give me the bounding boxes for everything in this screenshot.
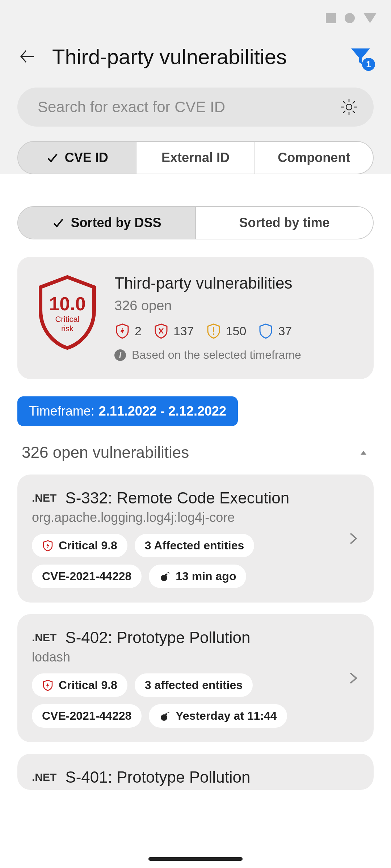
severity-critical-count: 2 — [135, 324, 142, 338]
time-chip-label: Yesterday at 11:44 — [176, 709, 277, 723]
bomb-icon — [159, 710, 171, 722]
svg-point-2 — [213, 333, 214, 335]
severity-medium: 150 — [206, 323, 247, 339]
severity-low-count: 37 — [278, 324, 292, 338]
summary-info-text: Based on the selected timeframe — [132, 348, 301, 362]
main-section: Sorted by DSS Sorted by time 10.0 Critic… — [0, 189, 391, 790]
arrow-left-icon — [19, 48, 36, 65]
timeframe-value: 2.11.2022 - 2.12.2022 — [99, 404, 226, 419]
vuln-subtitle: org.apache.logging.log4j:log4j-core — [32, 510, 359, 525]
summary-open-count: 326 open — [114, 298, 356, 314]
search-settings-button[interactable] — [339, 97, 359, 117]
severity-chip-label: Critical 9.8 — [59, 539, 117, 552]
cve-chip-label: CVE-2021-44228 — [42, 709, 131, 723]
tab-cve-id-label: CVE ID — [65, 150, 108, 165]
tab-cve-id[interactable]: CVE ID — [18, 142, 136, 174]
chevron-right-icon — [346, 671, 361, 685]
severity-critical: 2 — [114, 323, 142, 339]
app-bar: Third-party vulnerabilities 1 — [0, 36, 391, 77]
severity-row: 2 137 150 — [114, 323, 356, 339]
vuln-card[interactable]: .NET S-401: Prototype Pollution — [17, 754, 374, 790]
collapse-button[interactable] — [358, 447, 369, 458]
tab-sort-time-label: Sorted by time — [239, 215, 329, 230]
chip-row: Critical 9.8 3 affected entities CVE-202… — [32, 673, 359, 728]
tab-external-id[interactable]: External ID — [136, 142, 255, 174]
vuln-title: S-401: Prototype Pollution — [65, 768, 250, 786]
severity-high: 137 — [153, 323, 194, 339]
severity-medium-count: 150 — [226, 324, 247, 338]
tech-badge: .NET — [32, 631, 56, 644]
affected-chip-label: 3 Affected entities — [145, 539, 244, 552]
affected-chip: 3 Affected entities — [135, 534, 254, 557]
chip-row: Critical 9.8 3 Affected entities CVE-202… — [32, 534, 359, 588]
status-circle-icon — [345, 13, 355, 23]
time-chip: 13 min ago — [149, 565, 246, 588]
shield-bolt-icon — [42, 680, 54, 691]
sort-tabs: Sorted by DSS Sorted by time — [17, 206, 374, 239]
tab-component[interactable]: Component — [255, 142, 373, 174]
severity-chip: Critical 9.8 — [32, 673, 127, 697]
status-triangle-icon — [363, 13, 377, 23]
chevron-right-icon — [346, 531, 361, 546]
tab-external-id-label: External ID — [161, 150, 230, 165]
status-square-icon — [326, 13, 336, 23]
summary-info-row: i Based on the selected timeframe — [114, 348, 356, 362]
triangle-up-icon — [359, 448, 368, 457]
tab-sort-time[interactable]: Sorted by time — [196, 207, 373, 239]
cve-chip: CVE-2021-44228 — [32, 704, 142, 728]
search-input[interactable] — [38, 98, 330, 116]
shield-bolt-icon — [42, 540, 54, 552]
summary-card: 10.0 Critical risk Third-party vulnerabi… — [17, 257, 374, 379]
risk-label-line1: Critical — [55, 315, 79, 324]
tech-badge: .NET — [32, 771, 56, 783]
severity-chip-label: Critical 9.8 — [59, 678, 117, 692]
cve-chip: CVE-2021-44228 — [32, 565, 142, 588]
back-button[interactable] — [17, 46, 38, 67]
time-chip: Yesterday at 11:44 — [149, 704, 287, 728]
affected-chip: 3 affected entities — [135, 673, 253, 697]
severity-chip: Critical 9.8 — [32, 534, 127, 557]
shield-exclaim-icon — [206, 323, 222, 339]
vuln-subtitle: lodash — [32, 650, 359, 665]
shield-content: 10.0 Critical risk — [35, 274, 100, 350]
search-mode-tabs: CVE ID External ID Component — [17, 141, 374, 174]
time-chip-label: 13 min ago — [176, 570, 236, 583]
vuln-header: .NET S-402: Prototype Pollution — [32, 629, 359, 647]
status-bar — [0, 0, 391, 36]
vuln-header: .NET S-401: Prototype Pollution — [32, 768, 359, 786]
tab-component-label: Component — [278, 150, 350, 165]
severity-high-count: 137 — [173, 324, 194, 338]
vuln-header: .NET S-332: Remote Code Execution — [32, 489, 359, 507]
severity-low: 37 — [258, 323, 292, 339]
list-section-header[interactable]: 326 open vulnerabilities — [17, 443, 374, 475]
search-bar[interactable] — [17, 88, 374, 127]
svg-point-0 — [346, 104, 352, 110]
vuln-title: S-332: Remote Code Execution — [65, 489, 289, 507]
shield-icon — [258, 323, 274, 339]
vuln-card[interactable]: .NET S-332: Remote Code Execution org.ap… — [17, 475, 374, 603]
filter-count-badge: 1 — [362, 58, 375, 71]
shield-bolt-icon — [114, 323, 130, 339]
tab-sort-dss-label: Sorted by DSS — [71, 215, 161, 230]
affected-chip-label: 3 affected entities — [145, 678, 243, 692]
vuln-card[interactable]: .NET S-402: Prototype Pollution lodash C… — [17, 614, 374, 742]
top-section: Third-party vulnerabilities 1 CVE ID Ext… — [0, 36, 391, 174]
gear-icon — [340, 98, 358, 116]
timeframe-chip[interactable]: Timeframe: 2.11.2022 - 2.12.2022 — [17, 396, 238, 426]
tab-sort-dss[interactable]: Sorted by DSS — [18, 207, 196, 239]
cve-chip-label: CVE-2021-44228 — [42, 570, 131, 583]
check-icon — [52, 216, 65, 229]
risk-score-shield: 10.0 Critical risk — [35, 274, 100, 350]
tech-badge: .NET — [32, 492, 56, 504]
vuln-title: S-402: Prototype Pollution — [65, 629, 250, 647]
risk-label-line2: risk — [61, 324, 73, 333]
nav-handle[interactable] — [148, 857, 243, 861]
shield-x-icon — [153, 323, 169, 339]
summary-right: Third-party vulnerabilities 326 open 2 1… — [114, 274, 356, 362]
summary-title: Third-party vulnerabilities — [114, 274, 356, 292]
timeframe-label: Timeframe: — [29, 404, 94, 419]
check-icon — [46, 151, 59, 164]
filter-button[interactable]: 1 — [348, 43, 374, 69]
info-icon: i — [114, 349, 126, 361]
page-title: Third-party vulnerabilities — [52, 44, 333, 69]
